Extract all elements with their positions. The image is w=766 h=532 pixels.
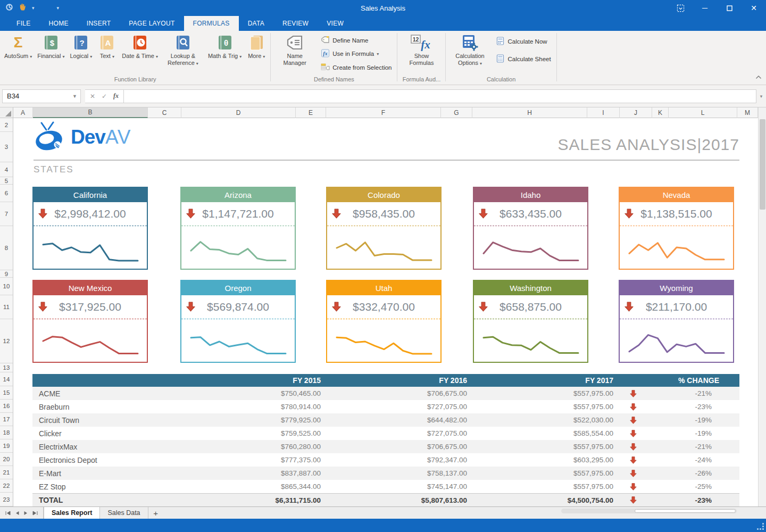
column-header-J[interactable]: J xyxy=(620,107,652,118)
minimize-button[interactable]: ─ xyxy=(693,0,717,16)
calculate-now-button[interactable]: Calculate Now xyxy=(493,36,553,47)
title-bar: ▾ ▾ Sales Analysis ─ ✕ xyxy=(0,0,766,16)
financial-button[interactable]: $ Financial ▾ xyxy=(35,32,67,76)
group-label: Defined Names xyxy=(271,76,397,85)
column-header-I[interactable]: I xyxy=(587,107,620,118)
last-sheet-icon[interactable] xyxy=(32,508,38,518)
row-header-23[interactable]: 23 xyxy=(0,493,13,506)
column-header-C[interactable]: C xyxy=(148,107,181,118)
state-card-oregon: Oregon $569,874.00 xyxy=(180,280,296,363)
ribbon-tab-formulas[interactable]: FORMULAS xyxy=(184,16,239,31)
vertical-scrollbar-thumb[interactable] xyxy=(760,119,765,210)
row-header-21[interactable]: 21 xyxy=(0,466,13,479)
column-header-D[interactable]: D xyxy=(181,107,296,118)
logo-text-dev: Dev xyxy=(71,126,105,148)
row-header-13[interactable]: 13 xyxy=(0,363,13,372)
change-value: -25% xyxy=(646,483,739,491)
name-manager-button[interactable]: Name Manager xyxy=(272,32,317,76)
row-header-7[interactable]: 7 xyxy=(0,202,13,226)
name-box[interactable]: B34 ▼ xyxy=(2,89,81,103)
row-header-12[interactable]: 12 xyxy=(0,319,13,363)
ribbon-tab-review[interactable]: REVIEW xyxy=(273,16,318,31)
create-from-selection-button[interactable]: Create from Selection xyxy=(318,62,394,73)
date-time-button[interactable]: Date & Time ▾ xyxy=(119,32,161,76)
row-header-17[interactable]: 17 xyxy=(0,413,13,426)
row-header-2[interactable]: 2 xyxy=(0,118,13,132)
column-header-B[interactable]: B xyxy=(33,107,148,118)
insert-function-icon[interactable]: fx xyxy=(111,92,121,100)
new-sheet-button[interactable]: + xyxy=(148,507,163,519)
text-button[interactable]: A Text ▾ xyxy=(95,32,119,76)
logical-button[interactable]: ? Logical ▾ xyxy=(67,32,95,76)
row-header-20[interactable]: 20 xyxy=(0,453,13,466)
more-button[interactable]: More ▾ xyxy=(244,32,269,76)
column-header-A[interactable]: A xyxy=(13,107,33,118)
touch-mode-dropdown-icon[interactable]: ▾ xyxy=(32,5,35,11)
state-sales-value: $317,925.00 xyxy=(59,301,121,313)
math-trig-button[interactable]: θ Math & Trig ▾ xyxy=(205,32,244,76)
row-header-14[interactable]: 14 xyxy=(0,372,13,386)
column-header-H[interactable]: H xyxy=(472,107,587,118)
row-header-19[interactable]: 19 xyxy=(0,439,13,453)
column-header-L[interactable]: L xyxy=(669,107,737,118)
sheet-tab-sales-data[interactable]: Sales Data xyxy=(100,507,148,519)
use-in-formula-button[interactable]: fxUse in Formula▾ xyxy=(318,48,394,60)
window-title: Sales Analysis xyxy=(0,4,766,12)
first-sheet-icon[interactable] xyxy=(5,508,11,518)
fy2016-header: FY 2016 xyxy=(327,376,473,385)
next-sheet-icon[interactable] xyxy=(24,508,28,518)
app-icon[interactable] xyxy=(5,3,13,13)
row-header-11[interactable]: 11 xyxy=(0,295,13,319)
row-header-15[interactable]: 15 xyxy=(0,386,13,400)
table-row-electronics-depot: Electronics Depot $777,375.00 $792,347.0… xyxy=(32,453,739,467)
ribbon-display-options-icon[interactable] xyxy=(668,0,693,16)
select-all-corner[interactable] xyxy=(0,107,13,118)
formula-input[interactable] xyxy=(124,89,756,103)
collapse-ribbon-icon[interactable] xyxy=(755,72,762,81)
autosum-button[interactable]: Σ AutoSum ▾ xyxy=(2,32,35,76)
ribbon-tab-home[interactable]: HOME xyxy=(40,16,78,31)
ribbon-tab-data[interactable]: DATA xyxy=(239,16,273,31)
horizontal-scrollbar[interactable] xyxy=(561,509,737,513)
column-header-M[interactable]: M xyxy=(737,107,758,118)
close-button[interactable]: ✕ xyxy=(742,0,766,16)
name-box-dropdown-icon[interactable]: ▼ xyxy=(72,94,77,99)
expand-formula-bar-icon[interactable]: ▾ xyxy=(756,94,766,99)
enter-icon[interactable]: ✓ xyxy=(99,93,110,100)
ribbon-tab-file[interactable]: FILE xyxy=(7,16,40,31)
maximize-button[interactable] xyxy=(717,0,742,16)
calculation-options-button[interactable]: Calculation Options ▾ xyxy=(447,32,492,76)
row-header-5[interactable]: 5 xyxy=(0,177,13,185)
sales-table: FY 2015 FY 2016 FY 2017 % CHANGE ACME $7… xyxy=(32,374,739,506)
row-header-22[interactable]: 22 xyxy=(0,479,13,493)
ribbon-tab-page-layout[interactable]: PAGE LAYOUT xyxy=(120,16,184,31)
column-header-G[interactable]: G xyxy=(441,107,472,118)
row-header-8[interactable]: 8 xyxy=(0,226,13,270)
ribbon-tab-insert[interactable]: INSERT xyxy=(78,16,120,31)
lookup-reference-button[interactable]: Lookup & Reference ▾ xyxy=(161,32,205,76)
define-name-button[interactable]: Define Name xyxy=(318,35,394,46)
row-header-10[interactable]: 10 xyxy=(0,278,13,295)
touch-mode-icon[interactable] xyxy=(19,3,27,13)
column-header-F[interactable]: F xyxy=(326,107,441,118)
down-arrow-icon xyxy=(625,209,634,221)
column-header-E[interactable]: E xyxy=(296,107,326,118)
row-header-6[interactable]: 6 xyxy=(0,185,13,202)
company-name: ACME xyxy=(32,389,186,398)
row-header-9[interactable]: 9 xyxy=(0,270,13,278)
ribbon-tab-view[interactable]: VIEW xyxy=(318,16,353,31)
column-header-K[interactable]: K xyxy=(652,107,669,118)
row-header-16[interactable]: 16 xyxy=(0,400,13,413)
calculate-sheet-button[interactable]: Calculate Sheet xyxy=(493,53,553,65)
horizontal-scrollbar-thumb[interactable] xyxy=(635,509,736,513)
sheet-tab-sales-report[interactable]: Sales Report xyxy=(44,507,100,519)
cancel-icon[interactable]: ✕ xyxy=(87,93,98,100)
row-header-3[interactable]: 3 xyxy=(0,132,13,162)
state-sales-value: $211,170.00 xyxy=(646,301,707,313)
vertical-scrollbar[interactable] xyxy=(758,107,766,506)
show-formulas-button[interactable]: 12fx Show Formulas xyxy=(399,32,444,76)
row-header-4[interactable]: 4 xyxy=(0,162,13,177)
previous-sheet-icon[interactable] xyxy=(15,508,19,518)
row-header-18[interactable]: 18 xyxy=(0,426,13,439)
customize-quick-access-icon[interactable]: ▾ xyxy=(57,5,60,11)
